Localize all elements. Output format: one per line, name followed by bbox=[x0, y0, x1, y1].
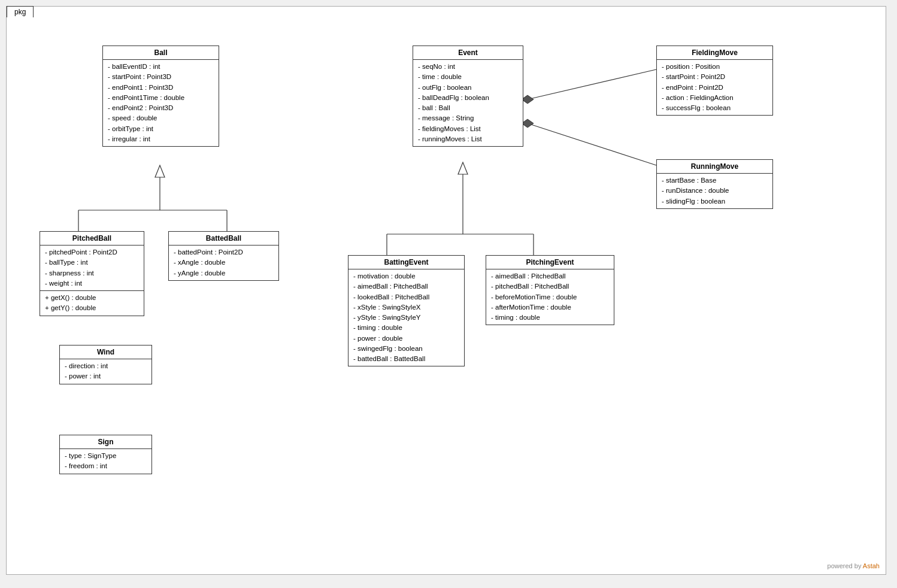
svg-marker-13 bbox=[522, 95, 534, 104]
ball-class: Ball - ballEventID : int - startPoint : … bbox=[102, 46, 219, 147]
wind-class-header: Wind bbox=[60, 345, 151, 359]
battingevent-class-attributes: - motivation : double - aimedBall : Pitc… bbox=[349, 269, 464, 366]
battedball-class-header: BattedBall bbox=[169, 232, 278, 245]
runningmove-class-attributes: - startBase : Base - runDistance : doubl… bbox=[657, 174, 772, 208]
sign-class-attributes: - type : SignType - freedom : int bbox=[60, 449, 151, 474]
svg-marker-15 bbox=[522, 119, 534, 128]
ball-class-header: Ball bbox=[103, 46, 219, 60]
event-class: Event - seqNo : int - time : double - ou… bbox=[413, 46, 523, 147]
pitchingevent-class-header: PitchingEvent bbox=[486, 256, 614, 269]
fieldingmove-class-header: FieldingMove bbox=[657, 46, 772, 60]
svg-line-12 bbox=[528, 69, 656, 99]
battingevent-class-header: BattingEvent bbox=[349, 256, 464, 269]
event-class-attributes: - seqNo : int - time : double - outFlg :… bbox=[413, 60, 523, 146]
svg-line-14 bbox=[528, 123, 656, 165]
fieldingmove-class: FieldingMove - position : Position - sta… bbox=[656, 46, 773, 116]
runningmove-class: RunningMove - startBase : Base - runDist… bbox=[656, 159, 773, 209]
pitchedball-class-methods: + getX() : double + getY() : double bbox=[40, 291, 144, 316]
battingevent-class: BattingEvent - motivation : double - aim… bbox=[348, 255, 465, 366]
ball-class-attributes: - ballEventID : int - startPoint : Point… bbox=[103, 60, 219, 146]
pkg-tab: pkg bbox=[7, 6, 34, 17]
pitchingevent-class-attributes: - aimedBall : PitchedBall - pitchedBall … bbox=[486, 269, 614, 325]
sign-class-header: Sign bbox=[60, 435, 151, 449]
event-class-header: Event bbox=[413, 46, 523, 60]
battedball-class-attributes: - battedPoint : Point2D - xAngle : doubl… bbox=[169, 245, 278, 280]
diagram-canvas: pkg Ball - ballEventID : int bbox=[6, 6, 886, 575]
pitchedball-class: PitchedBall - pitchedPoint : Point2D - b… bbox=[40, 231, 144, 316]
svg-marker-11 bbox=[458, 162, 468, 174]
pitchedball-class-header: PitchedBall bbox=[40, 232, 144, 245]
pitchingevent-class: PitchingEvent - aimedBall : PitchedBall … bbox=[486, 255, 614, 325]
runningmove-class-header: RunningMove bbox=[657, 160, 772, 174]
battedball-class: BattedBall - battedPoint : Point2D - xAn… bbox=[168, 231, 279, 281]
sign-class: Sign - type : SignType - freedom : int bbox=[59, 435, 152, 474]
pitchedball-class-attributes: - pitchedPoint : Point2D - ballType : in… bbox=[40, 245, 144, 291]
wind-class: Wind - direction : int - power : int bbox=[59, 345, 152, 384]
fieldingmove-class-attributes: - position : Position - startPoint : Poi… bbox=[657, 60, 772, 115]
watermark: powered by Astah bbox=[828, 562, 880, 569]
wind-class-attributes: - direction : int - power : int bbox=[60, 359, 151, 384]
svg-marker-5 bbox=[155, 165, 165, 177]
